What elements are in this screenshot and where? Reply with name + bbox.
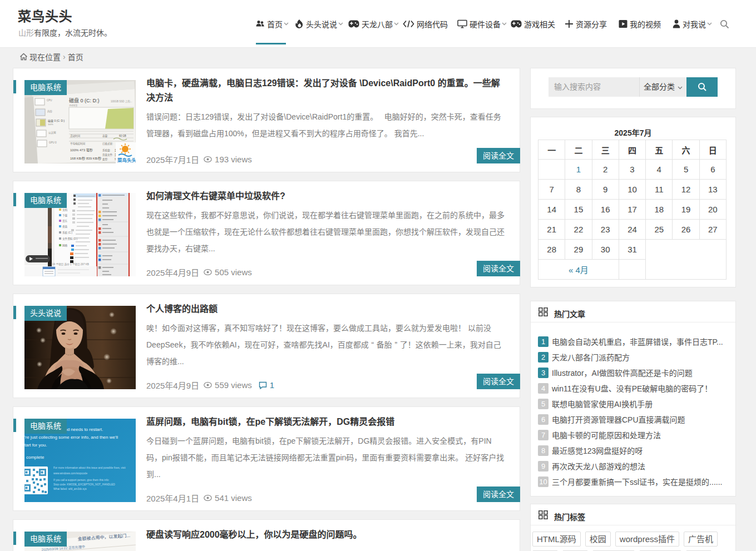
svg-text:tart for you.: tart for you. (24, 443, 47, 448)
svg-text:网络: 网络 (62, 244, 68, 247)
svg-text:GPU 0: GPU 0 (49, 141, 57, 144)
svg-text:磁盘 0 (C: D:): 磁盘 0 (C: D:) (48, 119, 65, 123)
svg-text:What failed: wfd_am3dx.sys: What failed: wfd_am3dx.sys (53, 488, 87, 490)
svg-text:100%: 100% (48, 123, 53, 126)
svg-text:文档: 文档 (62, 208, 68, 212)
svg-text:音乐: 音乐 (62, 219, 68, 223)
svg-text:60 GB: 60 GB (119, 135, 126, 137)
svg-text:容量:: 容量: (102, 134, 108, 138)
svg-text:活动时间: 活动时间 (70, 134, 80, 138)
svg-text:'re just collecting some error: 're just collecting some error info, and… (24, 435, 118, 440)
svg-text:磁盘 0 (C: D:): 磁盘 0 (C: D:) (69, 97, 100, 103)
svg-text:100% 473 毫秒: 100% 473 毫秒 (70, 148, 93, 152)
svg-text:Stop code: KMODE_EXCEPTION_NOT: Stop code: KMODE_EXCEPTION_NOT_HANDLED (53, 483, 115, 486)
svg-text:下载: 下载 (62, 214, 68, 217)
svg-text:For more information about thi: For more information about this issue an… (53, 466, 126, 469)
svg-text:平均响应时间: 平均响应时间 (70, 142, 85, 146)
svg-text:以太网: 以太网 (48, 131, 56, 135)
svg-text:页面文件:: 页面文件: (102, 153, 113, 157)
svg-text:100GB SSD 上的...: 100GB SSD 上的... (111, 100, 132, 103)
svg-text:系统 (C:): 系统 (C:) (62, 231, 73, 235)
svg-text:www.windows.com/stopcode: www.windows.com/stopcode (53, 472, 87, 475)
svg-text:内存: 内存 (47, 110, 52, 113)
svg-text:CPU: CPU (47, 99, 52, 102)
svg-text:complete: complete (26, 455, 45, 460)
svg-text:文件资料 (D:): 文件资料 (D:) (62, 237, 78, 241)
svg-text:19 个项目 选中 1 个项目 297 KB: 19 个项目 选中 1 个项目 297 KB (52, 262, 89, 266)
svg-text:桌面: 桌面 (62, 225, 68, 229)
svg-text:168 KB/秒 839 KB/秒: 168 KB/秒 839 KB/秒 (70, 156, 101, 161)
svg-text:系统盘:: 系统盘: (102, 148, 111, 152)
svg-text:类型:: 类型: (102, 157, 108, 161)
svg-text:If you call a support person,: If you call a support person, give them … (53, 479, 109, 481)
svg-text:菜鸟头头: 菜鸟头头 (117, 157, 136, 163)
svg-text:活动类型: 活动类型 (69, 104, 77, 107)
svg-text:已格式化:: 已格式化: (102, 142, 113, 146)
